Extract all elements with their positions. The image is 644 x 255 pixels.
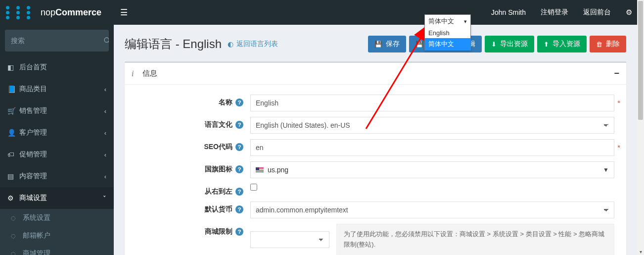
back-link[interactable]: ◐ 返回语言列表 (228, 40, 278, 49)
label-rtl: 从右到左 (205, 187, 232, 196)
export-button[interactable]: ⬇导出资源 (485, 36, 534, 52)
sidebar-item-3[interactable]: 👤客户管理‹ (0, 122, 114, 144)
help-icon[interactable]: ? (235, 228, 243, 236)
sidebar-subitem-2[interactable]: ◌商城管理 (0, 245, 114, 255)
nav-icon: ▤ (7, 172, 19, 180)
nav-label: 销售管理 (19, 106, 104, 115)
info-icon: i (132, 69, 134, 78)
chevron-icon: ˅ (103, 195, 106, 202)
select-flag[interactable]: us.png ▼ (250, 161, 614, 178)
svg-point-0 (104, 38, 109, 42)
content: 编辑语言 - English ◐ 返回语言列表 💾保存 💾保存并继续编辑 ⬇导出… (114, 25, 637, 255)
language-option-english[interactable]: English (425, 28, 470, 38)
trash-icon: 🗑 (596, 41, 602, 48)
input-name[interactable] (250, 95, 614, 111)
help-icon[interactable]: ? (235, 205, 243, 213)
delete-button[interactable]: 🗑删除 (590, 36, 626, 52)
header-bar: nopCommerce ☰ John Smith 注销登录 返回前台 ⚙ (0, 0, 644, 25)
chevron-icon: ‹ (104, 129, 106, 137)
label-store-limit: 商城限制 (205, 227, 232, 236)
sidebar: ◧后台首页📘商品类目‹🛒销售管理‹👤客户管理‹🏷促销管理‹▤内容管理‹⚙商城设置… (0, 25, 114, 255)
logout-link[interactable]: 注销登录 (541, 8, 568, 17)
sidebar-item-1[interactable]: 📘商品类目‹ (0, 78, 114, 100)
bullet-icon: ◌ (11, 251, 23, 255)
checkbox-rtl[interactable] (250, 184, 257, 191)
label-seo: SEO代码 (204, 143, 232, 152)
info-panel: i 信息 − 名称? * 语言文化? English (United State… (125, 61, 626, 255)
chevron-icon: ‹ (104, 86, 106, 93)
select-currency[interactable]: admin.common.emptyitemtext (250, 202, 614, 218)
import-button[interactable]: ⬆导入资源 (537, 36, 587, 52)
nav-icon: 📘 (7, 85, 19, 93)
chevron-icon: ‹ (104, 107, 106, 115)
nav-icon: 🛒 (7, 107, 19, 115)
menu-toggle-button[interactable]: ☰ (114, 7, 134, 18)
language-select-current[interactable]: 简体中文 ▾ (425, 15, 470, 28)
sidebar-subitem-1[interactable]: ◌邮箱帐户 (0, 227, 114, 245)
nav-sublabel: 邮箱帐户 (23, 231, 50, 240)
nav-icon: ◧ (7, 63, 19, 71)
bullet-icon: ◌ (11, 215, 23, 221)
nav-icon: 🏷 (7, 151, 19, 158)
save-icon: 💾 (374, 41, 382, 48)
label-flag: 国旗图标 (205, 165, 232, 174)
scrollbar[interactable]: ▴ ▾ (637, 0, 644, 255)
required-mark: * (617, 99, 620, 107)
sidebar-search (5, 30, 109, 51)
sidebar-item-0[interactable]: ◧后台首页 (0, 56, 114, 78)
nav-label: 客户管理 (19, 128, 104, 137)
arrow-left-icon: ◐ (228, 40, 233, 48)
save-button[interactable]: 💾保存 (368, 36, 406, 52)
nav-label: 商城设置 (19, 194, 103, 203)
page-header: 编辑语言 - English ◐ 返回语言列表 💾保存 💾保存并继续编辑 ⬇导出… (125, 36, 626, 52)
gear-icon[interactable]: ⚙ (626, 8, 632, 17)
store-limit-warning: 为了使用此功能，您必须禁用以下设置：商城设置 > 系统设置 > 类目设置 > 性… (336, 224, 614, 255)
help-icon[interactable]: ? (235, 99, 243, 106)
sidebar-item-5[interactable]: ▤内容管理‹ (0, 165, 114, 187)
chevron-down-icon: ▾ (464, 18, 467, 25)
label-culture: 语言文化 (205, 120, 232, 129)
logo[interactable]: nopCommerce (0, 0, 114, 25)
logo-icon (6, 6, 36, 19)
user-name[interactable]: John Smith (491, 8, 526, 16)
nav-label: 促销管理 (19, 150, 104, 159)
sidebar-subitem-0[interactable]: ◌系统设置 (0, 209, 114, 227)
label-currency: 默认货币 (205, 205, 232, 214)
nav-icon: 👤 (7, 129, 19, 137)
input-seo[interactable] (250, 139, 614, 156)
download-icon: ⬇ (491, 41, 497, 48)
help-icon[interactable]: ? (235, 165, 243, 173)
help-icon[interactable]: ? (235, 143, 243, 151)
sidebar-item-6[interactable]: ⚙商城设置˅ (0, 187, 114, 209)
select-culture[interactable]: English (United States). en-US (250, 117, 614, 134)
required-mark: * (617, 143, 620, 152)
language-option-chinese[interactable]: 简体中文 (425, 38, 470, 50)
bullet-icon: ◌ (11, 233, 23, 239)
nav-icon: ⚙ (7, 194, 19, 202)
scroll-thumb[interactable] (638, 1, 643, 120)
panel-title: 信息 (142, 69, 157, 78)
help-icon[interactable]: ? (235, 121, 243, 129)
save-icon: 💾 (415, 41, 423, 48)
nav-sublabel: 系统设置 (23, 213, 50, 222)
page-title: 编辑语言 - English (125, 36, 222, 52)
public-store-link[interactable]: 返回前台 (583, 8, 611, 17)
chevron-icon: ‹ (104, 151, 106, 158)
label-name: 名称 (219, 98, 232, 107)
nav-label: 后台首页 (19, 63, 106, 72)
flag-us-icon (256, 167, 264, 173)
scroll-down-button[interactable]: ▾ (637, 248, 644, 255)
nav-label: 内容管理 (19, 172, 104, 181)
select-store-limit[interactable] (250, 231, 329, 248)
panel-collapse-button[interactable]: − (614, 68, 619, 79)
sidebar-item-2[interactable]: 🛒销售管理‹ (0, 100, 114, 122)
language-select[interactable]: 简体中文 ▾ English 简体中文 (424, 14, 471, 51)
sidebar-item-4[interactable]: 🏷促销管理‹ (0, 144, 114, 165)
nav-sublabel: 商城管理 (23, 249, 50, 255)
help-icon[interactable]: ? (235, 188, 243, 196)
svg-line-1 (108, 42, 109, 44)
chevron-down-icon: ▼ (603, 166, 609, 173)
logo-text: nopCommerce (41, 7, 101, 18)
search-input[interactable] (5, 30, 103, 51)
search-icon[interactable] (103, 30, 109, 51)
